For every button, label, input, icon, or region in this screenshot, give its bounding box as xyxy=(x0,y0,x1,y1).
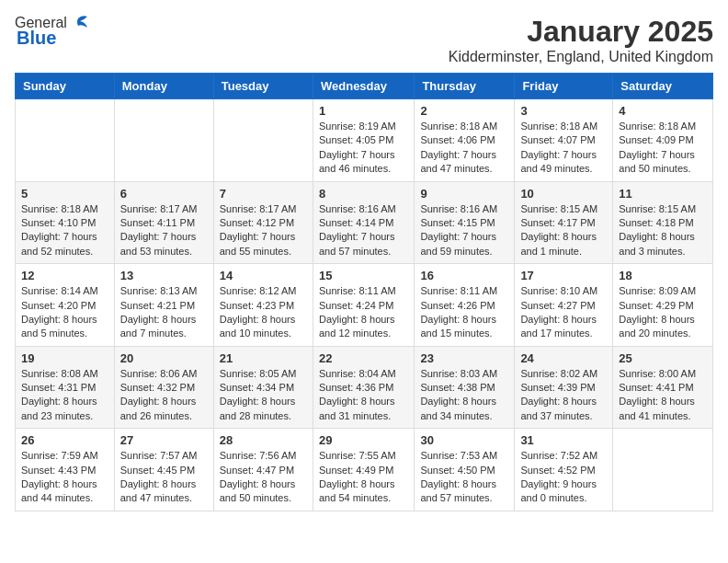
week-row-5: 26Sunrise: 7:59 AM Sunset: 4:43 PM Dayli… xyxy=(16,429,713,511)
day-info: Sunrise: 8:09 AM Sunset: 4:29 PM Dayligh… xyxy=(619,284,707,341)
logo: General Blue xyxy=(15,15,89,49)
day-info: Sunrise: 8:02 AM Sunset: 4:39 PM Dayligh… xyxy=(520,367,607,424)
logo-bird-icon xyxy=(69,15,89,31)
day-cell: 9Sunrise: 8:16 AM Sunset: 4:15 PM Daylig… xyxy=(415,181,515,264)
day-cell xyxy=(613,429,713,511)
day-number: 6 xyxy=(120,187,208,201)
col-header-tuesday: Tuesday xyxy=(213,74,313,99)
week-row-3: 12Sunrise: 8:14 AM Sunset: 4:20 PM Dayli… xyxy=(16,264,713,347)
day-info: Sunrise: 8:17 AM Sunset: 4:12 PM Dayligh… xyxy=(220,202,307,259)
day-info: Sunrise: 8:18 AM Sunset: 4:10 PM Dayligh… xyxy=(21,202,108,259)
col-header-saturday: Saturday xyxy=(613,74,713,99)
day-number: 18 xyxy=(619,269,707,282)
day-info: Sunrise: 8:05 AM Sunset: 4:34 PM Dayligh… xyxy=(220,367,307,424)
day-cell: 4Sunrise: 8:18 AM Sunset: 4:09 PM Daylig… xyxy=(613,99,713,182)
day-cell: 8Sunrise: 8:16 AM Sunset: 4:14 PM Daylig… xyxy=(313,181,414,264)
day-cell: 24Sunrise: 8:02 AM Sunset: 4:39 PM Dayli… xyxy=(515,346,613,429)
header-row: SundayMondayTuesdayWednesdayThursdayFrid… xyxy=(16,74,713,99)
day-number: 1 xyxy=(319,104,408,118)
day-number: 7 xyxy=(220,187,307,201)
day-number: 27 xyxy=(120,433,208,447)
day-cell: 1Sunrise: 8:19 AM Sunset: 4:05 PM Daylig… xyxy=(313,99,414,182)
day-cell: 27Sunrise: 7:57 AM Sunset: 4:45 PM Dayli… xyxy=(114,429,213,511)
day-cell: 21Sunrise: 8:05 AM Sunset: 4:34 PM Dayli… xyxy=(213,346,313,429)
location: Kidderminster, England, United Kingdom xyxy=(449,49,713,65)
day-number: 28 xyxy=(220,433,307,447)
day-number: 21 xyxy=(220,351,307,365)
day-cell: 18Sunrise: 8:09 AM Sunset: 4:29 PM Dayli… xyxy=(613,264,713,347)
day-info: Sunrise: 7:52 AM Sunset: 4:52 PM Dayligh… xyxy=(520,449,607,506)
day-number: 9 xyxy=(420,187,508,201)
day-info: Sunrise: 8:12 AM Sunset: 4:23 PM Dayligh… xyxy=(220,284,307,341)
day-cell: 22Sunrise: 8:04 AM Sunset: 4:36 PM Dayli… xyxy=(313,346,414,429)
day-info: Sunrise: 8:14 AM Sunset: 4:20 PM Dayligh… xyxy=(21,284,108,341)
day-number: 14 xyxy=(220,269,307,282)
day-info: Sunrise: 8:18 AM Sunset: 4:09 PM Dayligh… xyxy=(619,120,707,177)
day-info: Sunrise: 8:10 AM Sunset: 4:27 PM Dayligh… xyxy=(520,284,607,341)
day-number: 19 xyxy=(21,351,108,365)
day-cell: 12Sunrise: 8:14 AM Sunset: 4:20 PM Dayli… xyxy=(16,264,115,347)
day-info: Sunrise: 8:11 AM Sunset: 4:24 PM Dayligh… xyxy=(319,284,408,341)
day-info: Sunrise: 8:03 AM Sunset: 4:38 PM Dayligh… xyxy=(420,367,508,424)
day-cell: 17Sunrise: 8:10 AM Sunset: 4:27 PM Dayli… xyxy=(515,264,613,347)
day-cell: 11Sunrise: 8:15 AM Sunset: 4:18 PM Dayli… xyxy=(613,181,713,264)
day-info: Sunrise: 8:08 AM Sunset: 4:31 PM Dayligh… xyxy=(21,367,108,424)
day-cell: 20Sunrise: 8:06 AM Sunset: 4:32 PM Dayli… xyxy=(114,346,213,429)
month-title: January 2025 xyxy=(449,15,713,49)
day-cell: 6Sunrise: 8:17 AM Sunset: 4:11 PM Daylig… xyxy=(114,181,213,264)
day-number: 11 xyxy=(619,187,707,201)
day-number: 4 xyxy=(619,104,707,118)
week-row-4: 19Sunrise: 8:08 AM Sunset: 4:31 PM Dayli… xyxy=(16,346,713,429)
day-info: Sunrise: 7:55 AM Sunset: 4:49 PM Dayligh… xyxy=(319,449,408,506)
day-cell: 26Sunrise: 7:59 AM Sunset: 4:43 PM Dayli… xyxy=(16,429,115,511)
day-cell: 31Sunrise: 7:52 AM Sunset: 4:52 PM Dayli… xyxy=(515,429,613,511)
day-cell: 25Sunrise: 8:00 AM Sunset: 4:41 PM Dayli… xyxy=(613,346,713,429)
day-cell xyxy=(114,99,213,182)
day-cell: 10Sunrise: 8:15 AM Sunset: 4:17 PM Dayli… xyxy=(515,181,613,264)
day-info: Sunrise: 7:53 AM Sunset: 4:50 PM Dayligh… xyxy=(420,449,508,506)
day-cell: 7Sunrise: 8:17 AM Sunset: 4:12 PM Daylig… xyxy=(213,181,313,264)
day-info: Sunrise: 8:16 AM Sunset: 4:14 PM Dayligh… xyxy=(319,202,408,259)
day-number: 2 xyxy=(420,104,508,118)
day-info: Sunrise: 8:17 AM Sunset: 4:11 PM Dayligh… xyxy=(120,202,208,259)
day-cell: 15Sunrise: 8:11 AM Sunset: 4:24 PM Dayli… xyxy=(313,264,414,347)
day-info: Sunrise: 8:15 AM Sunset: 4:18 PM Dayligh… xyxy=(619,202,707,259)
day-cell: 3Sunrise: 8:18 AM Sunset: 4:07 PM Daylig… xyxy=(515,99,613,182)
col-header-thursday: Thursday xyxy=(415,74,515,99)
day-number: 29 xyxy=(319,433,408,447)
day-info: Sunrise: 8:00 AM Sunset: 4:41 PM Dayligh… xyxy=(619,367,707,424)
calendar-table: SundayMondayTuesdayWednesdayThursdayFrid… xyxy=(15,73,713,511)
day-cell: 29Sunrise: 7:55 AM Sunset: 4:49 PM Dayli… xyxy=(313,429,414,511)
day-info: Sunrise: 8:18 AM Sunset: 4:07 PM Dayligh… xyxy=(520,120,607,177)
day-info: Sunrise: 8:06 AM Sunset: 4:32 PM Dayligh… xyxy=(120,367,208,424)
day-number: 22 xyxy=(319,351,408,365)
day-number: 30 xyxy=(420,433,508,447)
day-number: 20 xyxy=(120,351,208,365)
day-cell: 5Sunrise: 8:18 AM Sunset: 4:10 PM Daylig… xyxy=(16,181,115,264)
day-number: 15 xyxy=(319,269,408,282)
day-number: 31 xyxy=(520,433,607,447)
day-number: 26 xyxy=(21,433,108,447)
col-header-monday: Monday xyxy=(114,74,213,99)
week-row-2: 5Sunrise: 8:18 AM Sunset: 4:10 PM Daylig… xyxy=(16,181,713,264)
logo-blue-text: Blue xyxy=(17,28,56,49)
day-number: 25 xyxy=(619,351,707,365)
day-info: Sunrise: 7:57 AM Sunset: 4:45 PM Dayligh… xyxy=(120,449,208,506)
col-header-sunday: Sunday xyxy=(16,74,115,99)
day-info: Sunrise: 8:16 AM Sunset: 4:15 PM Dayligh… xyxy=(420,202,508,259)
day-cell: 30Sunrise: 7:53 AM Sunset: 4:50 PM Dayli… xyxy=(415,429,515,511)
week-row-1: 1Sunrise: 8:19 AM Sunset: 4:05 PM Daylig… xyxy=(16,99,713,182)
day-cell: 23Sunrise: 8:03 AM Sunset: 4:38 PM Dayli… xyxy=(415,346,515,429)
day-number: 16 xyxy=(420,269,508,282)
title-block: January 2025 Kidderminster, England, Uni… xyxy=(449,15,713,65)
day-cell: 28Sunrise: 7:56 AM Sunset: 4:47 PM Dayli… xyxy=(213,429,313,511)
day-number: 10 xyxy=(520,187,607,201)
day-number: 3 xyxy=(520,104,607,118)
day-cell: 13Sunrise: 8:13 AM Sunset: 4:21 PM Dayli… xyxy=(114,264,213,347)
day-cell: 2Sunrise: 8:18 AM Sunset: 4:06 PM Daylig… xyxy=(415,99,515,182)
day-info: Sunrise: 8:13 AM Sunset: 4:21 PM Dayligh… xyxy=(120,284,208,341)
col-header-friday: Friday xyxy=(515,74,613,99)
day-cell: 19Sunrise: 8:08 AM Sunset: 4:31 PM Dayli… xyxy=(16,346,115,429)
day-cell: 14Sunrise: 8:12 AM Sunset: 4:23 PM Dayli… xyxy=(213,264,313,347)
day-cell: 16Sunrise: 8:11 AM Sunset: 4:26 PM Dayli… xyxy=(415,264,515,347)
